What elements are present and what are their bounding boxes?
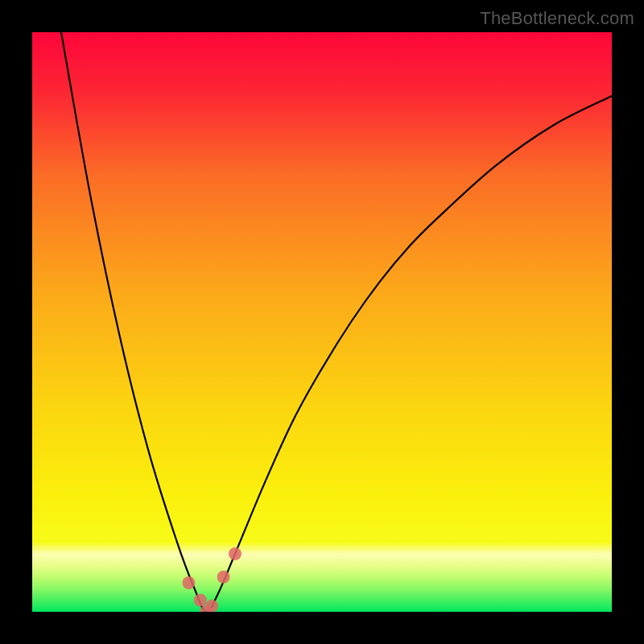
curve-markers <box>182 547 242 612</box>
curve-marker <box>182 576 195 589</box>
curve-marker <box>205 600 218 612</box>
curve-marker <box>194 594 207 607</box>
chart-frame: TheBottleneck.com <box>0 0 644 644</box>
chart-svg <box>32 32 612 612</box>
curve-marker <box>229 547 242 560</box>
bottleneck-curve <box>61 32 612 612</box>
watermark-label: TheBottleneck.com <box>480 8 634 29</box>
curve-marker <box>217 571 230 584</box>
plot-area <box>32 32 612 612</box>
